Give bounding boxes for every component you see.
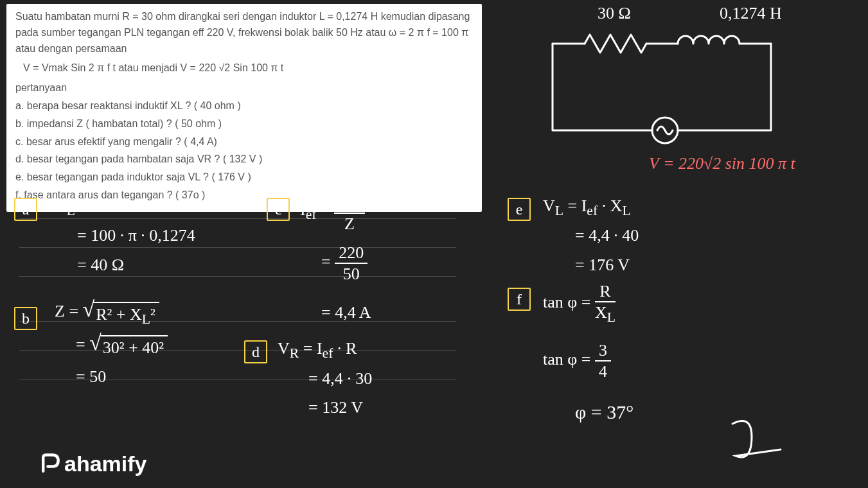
hw-text: 4 — [595, 362, 611, 380]
work-f-line2: tan φ = 3 4 — [543, 342, 611, 381]
label-c: c — [267, 198, 290, 221]
hw-text: V — [338, 189, 350, 208]
pahamify-logo: ahamify — [39, 451, 147, 476]
label-b: b — [14, 307, 37, 330]
work-a-line1: XL = ω · L — [55, 196, 127, 219]
problem-qhead: pertanyaan — [15, 80, 473, 96]
hw-text: = I — [299, 339, 322, 358]
hw-text: = ω · L — [75, 196, 127, 215]
hw-text: = — [321, 252, 335, 271]
hw-text: ef — [587, 203, 598, 218]
hw-text: 50 — [335, 264, 368, 283]
signature-squiggle — [720, 411, 797, 467]
work-a-line3: = 40 Ω — [77, 256, 124, 275]
hw-text: V — [278, 339, 290, 358]
hw-text: Z — [334, 214, 365, 232]
label-d: d — [244, 340, 267, 363]
hw-text: · R — [333, 339, 357, 358]
hw-text: Z = — [55, 302, 83, 320]
hw-text: = I — [563, 196, 587, 215]
work-e-line3: = 176 V — [575, 256, 630, 275]
work-b-line1: Z = √R² + XL² — [55, 302, 159, 327]
hw-text: L — [142, 311, 150, 327]
work-f-line1: tan φ = R XL — [543, 283, 616, 325]
question-d: d. besar tegangan pada hambatan saja VR … — [15, 152, 473, 168]
rule-line — [19, 276, 456, 277]
work-d-line2: = 4,4 · 30 — [308, 369, 372, 388]
hw-text: tan φ = — [543, 350, 595, 369]
work-d-line3: = 132 V — [308, 398, 363, 417]
hw-text: = — [317, 200, 335, 219]
work-b-line3: = 50 — [76, 367, 106, 387]
rule-line — [19, 247, 456, 248]
hw-text: L — [622, 203, 630, 218]
hw-text: R² + X — [96, 305, 142, 324]
hw-text: tan φ = — [543, 293, 595, 311]
hw-text: ² — [150, 305, 155, 324]
circuit-diagram — [540, 18, 784, 146]
work-e-line2: = 4,4 · 40 — [575, 226, 639, 245]
hw-text: R — [595, 283, 616, 302]
work-c-line1: Ief = Vef Z — [300, 190, 365, 232]
work-d-line1: VR = Ief · R — [278, 339, 357, 362]
label-a: a — [14, 198, 37, 221]
work-c-line3: = 4,4 A — [321, 303, 371, 322]
hw-text: I — [300, 200, 306, 219]
question-e: e. besar tegangan pada induktor saja VL … — [15, 170, 473, 186]
problem-equation: V = Vmak Sin 2 π f t atau menjadi V = 22… — [23, 60, 473, 76]
question-a: a. berapa besar reaktansi induktif XL ? … — [15, 98, 473, 114]
hw-text: ef — [350, 196, 361, 211]
label-f: f — [508, 288, 531, 311]
diagram-source-label: V = 220√2 sin 100 π t — [649, 154, 795, 173]
label-e: e — [508, 198, 531, 221]
hw-text: V — [543, 196, 555, 215]
work-f-line3: φ = 37° — [575, 401, 633, 423]
hw-text: ef — [323, 345, 333, 361]
hw-text: L — [607, 309, 616, 325]
hw-text: · X — [598, 196, 622, 215]
hw-text: X — [595, 303, 607, 322]
hw-text: ef — [306, 207, 317, 222]
work-e-line1: VL = Ief · XL — [543, 196, 631, 219]
question-c: c. besar arus efektif yang mengalir ? ( … — [15, 134, 473, 150]
work-a-line2: = 100 · π · 0,1274 — [77, 226, 195, 245]
work-c-line2: = 220 50 — [321, 244, 368, 283]
logo-icon — [39, 453, 62, 476]
diagram-l-label: 0,1274 H — [720, 4, 782, 23]
diagram-r-label: 30 Ω — [598, 4, 631, 23]
hw-text: 3 — [595, 342, 611, 362]
work-b-line2: = √30² + 40² — [76, 335, 168, 358]
problem-card: Suatu hambatan murni R = 30 ohm dirangka… — [6, 4, 482, 212]
logo-text: ahamify — [64, 451, 147, 476]
question-b: b. impedansi Z ( hambatan total) ? ( 50 … — [15, 116, 473, 132]
hw-text: R — [290, 345, 299, 361]
problem-intro: Suatu hambatan murni R = 30 ohm dirangka… — [15, 9, 473, 57]
hw-text: X — [55, 196, 67, 215]
hw-text: 30² + 40² — [100, 335, 168, 358]
diagram-source-text: V = 220√2 sin 100 π t — [649, 154, 795, 173]
hw-text: L — [555, 203, 563, 218]
hw-text: 220 — [335, 244, 368, 264]
hw-text: L — [67, 203, 75, 218]
